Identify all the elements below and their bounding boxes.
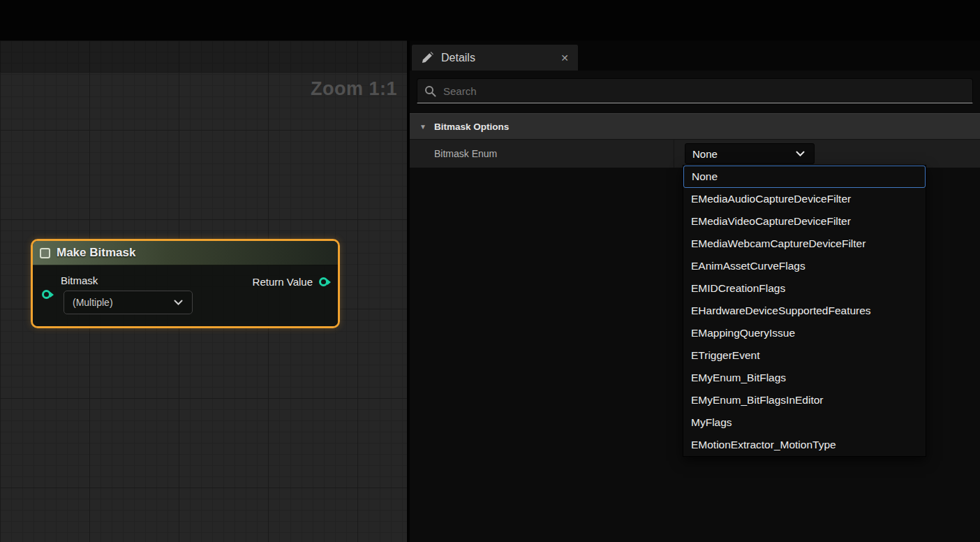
return-value-pin-icon[interactable]	[319, 277, 328, 286]
details-tab-row: Details ✕	[410, 41, 980, 71]
blueprint-graph-canvas[interactable]: Zoom 1:1 Make Bitmask Bitmask (Multiple)…	[0, 41, 407, 542]
dropdown-option[interactable]: ETriggerEvent	[683, 344, 926, 367]
node-body: Bitmask (Multiple) Return Value	[33, 265, 338, 326]
dropdown-option[interactable]: EMyEnum_BitFlags	[683, 367, 926, 389]
chevron-down-icon	[174, 300, 183, 305]
details-panel: Details ✕ ▼ Bitmask Options Bitmask Enum…	[407, 41, 980, 542]
category-bitmask-options[interactable]: ▼ Bitmask Options	[410, 113, 980, 140]
bitmask-value-text: (Multiple)	[73, 297, 113, 308]
enum-dropdown-list: None EMediaAudioCaptureDeviceFilter EMed…	[683, 165, 926, 457]
category-title: Bitmask Options	[434, 122, 509, 132]
dropdown-option[interactable]: EMyEnum_BitFlagsInEditor	[683, 389, 926, 411]
node-title: Make Bitmask	[57, 246, 135, 260]
dropdown-option[interactable]: EMediaVideoCaptureDeviceFilter	[683, 210, 926, 233]
input-pin-label: Bitmask	[61, 274, 193, 286]
combo-selected-value: None	[692, 148, 718, 160]
bitmask-input-pin-icon[interactable]	[42, 290, 51, 299]
dropdown-option[interactable]: EMediaWebcamCaptureDeviceFilter	[683, 233, 926, 255]
make-struct-icon	[40, 248, 50, 258]
chevron-down-icon	[796, 151, 805, 156]
bitmask-enum-property-row: Bitmask Enum None	[410, 140, 980, 168]
search-box[interactable]	[417, 78, 973, 103]
dropdown-option[interactable]: EAnimAssetCurveFlags	[683, 255, 926, 277]
top-menu-bar	[0, 0, 980, 41]
bitmask-enum-combobox[interactable]: None	[685, 143, 815, 164]
dropdown-option[interactable]: EMediaAudioCaptureDeviceFilter	[683, 188, 926, 210]
graph-top-shade	[0, 41, 407, 73]
details-pencil-icon	[421, 52, 433, 64]
bitmask-value-dropdown[interactable]: (Multiple)	[64, 291, 193, 314]
dropdown-option[interactable]: EMotionExtractor_MotionType	[683, 434, 926, 456]
details-tab[interactable]: Details ✕	[412, 45, 578, 71]
dropdown-option[interactable]: MyFlags	[683, 411, 926, 434]
search-icon	[424, 85, 436, 97]
make-bitmask-node[interactable]: Make Bitmask Bitmask (Multiple) Return V…	[31, 239, 340, 328]
dropdown-option[interactable]: EMappingQueryIssue	[683, 322, 926, 344]
zoom-level-label: Zoom 1:1	[311, 78, 397, 100]
property-value-cell: None	[674, 140, 980, 168]
property-label: Bitmask Enum	[410, 140, 674, 168]
search-row	[410, 71, 980, 103]
search-input[interactable]	[443, 85, 965, 97]
details-tab-title: Details	[441, 52, 475, 64]
output-pin-label: Return Value	[253, 276, 313, 288]
dropdown-option[interactable]: None	[683, 166, 926, 188]
dropdown-option[interactable]: EMIDCreationFlags	[683, 277, 926, 300]
close-icon[interactable]: ✕	[560, 53, 569, 63]
dropdown-option[interactable]: EHardwareDeviceSupportedFeatures	[683, 300, 926, 322]
node-header[interactable]: Make Bitmask	[33, 241, 338, 265]
category-expand-arrow-icon: ▼	[420, 123, 426, 131]
